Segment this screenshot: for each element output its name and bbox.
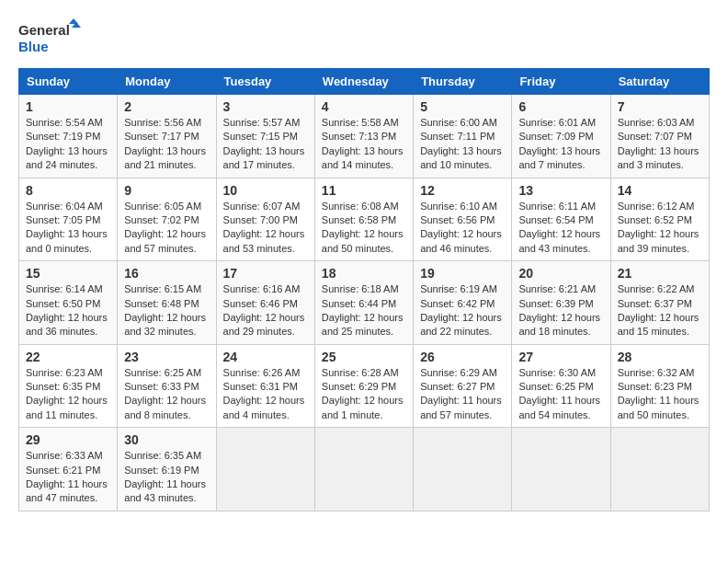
calendar-cell: 24Sunrise: 6:26 AM Sunset: 6:31 PM Dayli… bbox=[216, 344, 314, 428]
day-number: 25 bbox=[322, 350, 406, 364]
cell-text: Sunrise: 6:32 AM Sunset: 6:23 PM Dayligh… bbox=[618, 366, 702, 423]
cell-text: Sunrise: 6:11 AM Sunset: 6:54 PM Dayligh… bbox=[518, 200, 603, 257]
col-header-saturday: Saturday bbox=[610, 69, 709, 95]
col-header-monday: Monday bbox=[118, 69, 216, 95]
calendar-cell: 26Sunrise: 6:29 AM Sunset: 6:27 PM Dayli… bbox=[414, 344, 512, 428]
cell-text: Sunrise: 6:35 AM Sunset: 6:19 PM Dayligh… bbox=[124, 449, 209, 506]
calendar-cell: 17Sunrise: 6:16 AM Sunset: 6:46 PM Dayli… bbox=[216, 261, 314, 345]
svg-text:General: General bbox=[18, 22, 70, 38]
cell-text: Sunrise: 5:57 AM Sunset: 7:15 PM Dayligh… bbox=[223, 116, 308, 173]
cell-text: Sunrise: 6:15 AM Sunset: 6:48 PM Dayligh… bbox=[124, 282, 209, 339]
calendar-cell: 19Sunrise: 6:19 AM Sunset: 6:42 PM Dayli… bbox=[414, 261, 512, 345]
calendar-cell: 20Sunrise: 6:21 AM Sunset: 6:39 PM Dayli… bbox=[512, 261, 610, 345]
svg-text:Blue: Blue bbox=[18, 39, 49, 54]
cell-text: Sunrise: 6:05 AM Sunset: 7:02 PM Dayligh… bbox=[124, 200, 209, 257]
cell-text: Sunrise: 6:14 AM Sunset: 6:50 PM Dayligh… bbox=[26, 282, 110, 339]
calendar-cell: 23Sunrise: 6:25 AM Sunset: 6:33 PM Dayli… bbox=[118, 344, 216, 428]
day-number: 30 bbox=[124, 432, 209, 447]
calendar-cell: 22Sunrise: 6:23 AM Sunset: 6:35 PM Dayli… bbox=[19, 344, 118, 428]
col-header-sunday: Sunday bbox=[19, 69, 118, 95]
cell-text: Sunrise: 6:25 AM Sunset: 6:33 PM Dayligh… bbox=[124, 366, 209, 423]
col-header-friday: Friday bbox=[512, 69, 610, 95]
cell-text: Sunrise: 6:21 AM Sunset: 6:39 PM Dayligh… bbox=[518, 282, 603, 339]
cell-text: Sunrise: 6:12 AM Sunset: 6:52 PM Dayligh… bbox=[618, 200, 702, 257]
calendar-table: SundayMondayTuesdayWednesdayThursdayFrid… bbox=[18, 68, 710, 511]
day-number: 5 bbox=[420, 99, 505, 114]
cell-text: Sunrise: 5:54 AM Sunset: 7:19 PM Dayligh… bbox=[26, 116, 110, 173]
cell-text: Sunrise: 6:08 AM Sunset: 6:58 PM Dayligh… bbox=[322, 200, 406, 257]
calendar-cell: 9Sunrise: 6:05 AM Sunset: 7:02 PM Daylig… bbox=[118, 178, 216, 261]
cell-text: Sunrise: 6:19 AM Sunset: 6:42 PM Dayligh… bbox=[420, 282, 505, 339]
day-number: 7 bbox=[618, 99, 702, 114]
cell-text: Sunrise: 6:00 AM Sunset: 7:11 PM Dayligh… bbox=[420, 116, 505, 173]
calendar-cell: 30Sunrise: 6:35 AM Sunset: 6:19 PM Dayli… bbox=[118, 428, 216, 511]
cell-text: Sunrise: 6:33 AM Sunset: 6:21 PM Dayligh… bbox=[26, 449, 110, 506]
day-number: 1 bbox=[26, 99, 110, 114]
calendar-cell: 21Sunrise: 6:22 AM Sunset: 6:37 PM Dayli… bbox=[610, 261, 709, 345]
day-number: 13 bbox=[518, 183, 603, 198]
calendar-cell: 16Sunrise: 6:15 AM Sunset: 6:48 PM Dayli… bbox=[118, 261, 216, 345]
calendar-cell bbox=[216, 428, 314, 511]
day-number: 23 bbox=[124, 350, 209, 364]
day-number: 15 bbox=[26, 266, 110, 281]
col-header-wednesday: Wednesday bbox=[314, 69, 413, 95]
col-header-thursday: Thursday bbox=[414, 69, 512, 95]
day-number: 4 bbox=[322, 99, 406, 114]
day-number: 8 bbox=[26, 183, 110, 198]
cell-text: Sunrise: 6:10 AM Sunset: 6:56 PM Dayligh… bbox=[420, 200, 505, 257]
page-header: General Blue bbox=[18, 18, 710, 59]
day-number: 20 bbox=[518, 266, 603, 281]
calendar-cell bbox=[314, 428, 413, 511]
cell-text: Sunrise: 5:58 AM Sunset: 7:13 PM Dayligh… bbox=[322, 116, 406, 173]
calendar-cell: 28Sunrise: 6:32 AM Sunset: 6:23 PM Dayli… bbox=[610, 344, 709, 428]
calendar-cell: 6Sunrise: 6:01 AM Sunset: 7:09 PM Daylig… bbox=[512, 95, 610, 178]
day-number: 27 bbox=[518, 350, 603, 364]
calendar-cell bbox=[414, 428, 512, 511]
calendar-cell: 11Sunrise: 6:08 AM Sunset: 6:58 PM Dayli… bbox=[314, 178, 413, 261]
cell-text: Sunrise: 6:01 AM Sunset: 7:09 PM Dayligh… bbox=[518, 116, 603, 173]
calendar-cell: 5Sunrise: 6:00 AM Sunset: 7:11 PM Daylig… bbox=[414, 95, 512, 178]
calendar-week-row: 15Sunrise: 6:14 AM Sunset: 6:50 PM Dayli… bbox=[19, 261, 710, 345]
day-number: 29 bbox=[26, 432, 110, 447]
calendar-cell: 25Sunrise: 6:28 AM Sunset: 6:29 PM Dayli… bbox=[314, 344, 413, 428]
col-header-tuesday: Tuesday bbox=[216, 69, 314, 95]
day-number: 9 bbox=[124, 183, 209, 198]
calendar-week-row: 8Sunrise: 6:04 AM Sunset: 7:05 PM Daylig… bbox=[19, 178, 710, 261]
calendar-week-row: 22Sunrise: 6:23 AM Sunset: 6:35 PM Dayli… bbox=[19, 344, 710, 428]
cell-text: Sunrise: 6:18 AM Sunset: 6:44 PM Dayligh… bbox=[322, 282, 406, 339]
calendar-week-row: 29Sunrise: 6:33 AM Sunset: 6:21 PM Dayli… bbox=[19, 428, 710, 511]
day-number: 11 bbox=[322, 183, 406, 198]
cell-text: Sunrise: 6:23 AM Sunset: 6:35 PM Dayligh… bbox=[26, 366, 110, 423]
calendar-cell bbox=[512, 428, 610, 511]
calendar-cell: 1Sunrise: 5:54 AM Sunset: 7:19 PM Daylig… bbox=[19, 95, 118, 178]
calendar-cell: 4Sunrise: 5:58 AM Sunset: 7:13 PM Daylig… bbox=[314, 95, 413, 178]
cell-text: Sunrise: 6:26 AM Sunset: 6:31 PM Dayligh… bbox=[223, 366, 308, 423]
cell-text: Sunrise: 6:16 AM Sunset: 6:46 PM Dayligh… bbox=[223, 282, 308, 339]
day-number: 28 bbox=[618, 350, 702, 364]
logo-svg: General Blue bbox=[18, 18, 83, 59]
day-number: 3 bbox=[223, 99, 308, 114]
day-number: 26 bbox=[420, 350, 505, 364]
day-number: 2 bbox=[124, 99, 209, 114]
day-number: 18 bbox=[322, 266, 406, 281]
day-number: 16 bbox=[124, 266, 209, 281]
cell-text: Sunrise: 6:04 AM Sunset: 7:05 PM Dayligh… bbox=[26, 200, 110, 257]
day-number: 22 bbox=[26, 350, 110, 364]
calendar-cell: 8Sunrise: 6:04 AM Sunset: 7:05 PM Daylig… bbox=[19, 178, 118, 261]
day-number: 19 bbox=[420, 266, 505, 281]
day-number: 21 bbox=[618, 266, 702, 281]
calendar-cell: 12Sunrise: 6:10 AM Sunset: 6:56 PM Dayli… bbox=[414, 178, 512, 261]
cell-text: Sunrise: 5:56 AM Sunset: 7:17 PM Dayligh… bbox=[124, 116, 209, 173]
cell-text: Sunrise: 6:28 AM Sunset: 6:29 PM Dayligh… bbox=[322, 366, 406, 423]
calendar-cell: 18Sunrise: 6:18 AM Sunset: 6:44 PM Dayli… bbox=[314, 261, 413, 345]
calendar-cell: 14Sunrise: 6:12 AM Sunset: 6:52 PM Dayli… bbox=[610, 178, 709, 261]
calendar-cell: 7Sunrise: 6:03 AM Sunset: 7:07 PM Daylig… bbox=[610, 95, 709, 178]
calendar-week-row: 1Sunrise: 5:54 AM Sunset: 7:19 PM Daylig… bbox=[19, 95, 710, 178]
calendar-cell: 3Sunrise: 5:57 AM Sunset: 7:15 PM Daylig… bbox=[216, 95, 314, 178]
calendar-cell: 27Sunrise: 6:30 AM Sunset: 6:25 PM Dayli… bbox=[512, 344, 610, 428]
calendar-cell: 15Sunrise: 6:14 AM Sunset: 6:50 PM Dayli… bbox=[19, 261, 118, 345]
calendar-cell: 13Sunrise: 6:11 AM Sunset: 6:54 PM Dayli… bbox=[512, 178, 610, 261]
day-number: 24 bbox=[223, 350, 308, 364]
calendar-cell: 2Sunrise: 5:56 AM Sunset: 7:17 PM Daylig… bbox=[118, 95, 216, 178]
logo: General Blue bbox=[18, 18, 83, 59]
